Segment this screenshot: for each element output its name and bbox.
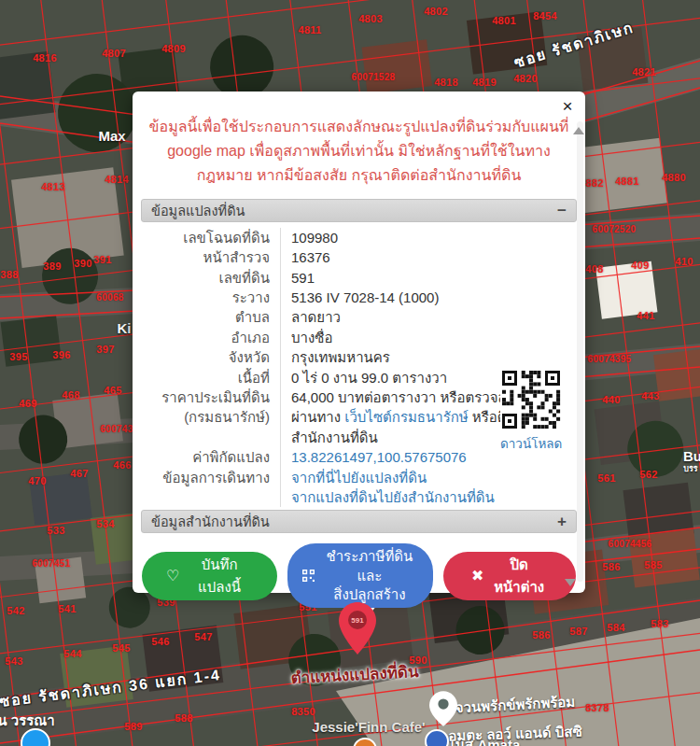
treasury-website-link[interactable]: เว็บไซต์กรมธนารักษ์ (344, 409, 468, 425)
parcel-number-label: 440 (602, 394, 620, 405)
parcel-number-label: 467 (70, 468, 88, 479)
field-row: อำเภอบางซื่อ (141, 328, 577, 347)
parcel-number-label: 585 (644, 559, 662, 570)
parcel-number-label: 396 (52, 349, 70, 360)
map-text-label: น วรรณา (0, 710, 55, 732)
parcel-number-label: 4821 (632, 66, 656, 77)
close-window-button[interactable]: ✖ ปิดหน้าต่าง (443, 552, 576, 600)
map-text-label: Jessie'Finn Cafe' (312, 719, 425, 735)
parcel-number-label: 465 (104, 385, 121, 396)
map-text-label: Max (98, 128, 125, 144)
scroll-down-icon[interactable] (565, 579, 576, 586)
parcel-number-label: 4802 (424, 6, 448, 17)
parcel-number-label: 388 (0, 269, 18, 280)
parcel-number-label: 4881 (615, 176, 639, 187)
landsmaps-screen: 4816480748094811480348024801845460071528… (0, 0, 700, 746)
parcel-number-label: 561 (597, 472, 615, 484)
action-button-row: ♡ บันทึกแปลงนี้ ชำระภาษีที่ดินและสิ่งปลู… (133, 533, 585, 608)
scroll-up-icon[interactable] (573, 127, 584, 134)
parcel-number-label: 60072520 (593, 224, 637, 234)
scrollbar-track[interactable] (577, 121, 583, 582)
parcel-number-label: 547 (194, 631, 212, 642)
parcel-number-label: 584 (607, 622, 624, 633)
parcel-number-label: 4819 (472, 77, 497, 88)
field-row-directions: ข้อมูลการเดินทาง จากที่นี่ไปยังแปลงที่ดิ… (141, 468, 577, 508)
field-row: หน้าสำรวจ16376 (141, 247, 577, 267)
parcel-number-label: 410 (675, 256, 693, 267)
parcel-number-label: 4816 (33, 52, 57, 63)
parcel-number-label: 586 (532, 629, 550, 640)
parcel-number-label: 541 (58, 603, 76, 614)
parcel-number-label: 8454 (533, 10, 557, 21)
parcel-number-label: 60071528 (352, 72, 396, 82)
parcel-number-label: 4807 (102, 48, 126, 59)
parcel-number-label: 4880 (662, 172, 686, 183)
close-icon[interactable]: × (556, 95, 579, 118)
poi-pin-icon[interactable] (429, 691, 457, 726)
parcel-number-label: 587 (569, 626, 587, 637)
x-icon: ✖ (471, 569, 483, 584)
parcel-number-label: 544 (63, 648, 81, 659)
save-parcel-button[interactable]: ♡ บันทึกแปลงนี้ (142, 552, 277, 600)
parcel-number-label: 8350 (291, 706, 315, 717)
parcel-number-label: 466 (113, 459, 131, 471)
parcel-number-label: 543 (5, 655, 22, 667)
parcel-number-label: 8378 (585, 702, 609, 713)
qr-icon (302, 569, 315, 583)
section-title: ข้อมูลสำนักงานที่ดิน (151, 511, 270, 532)
parcel-number-label: 395 (9, 351, 27, 362)
section-header-parcel-info[interactable]: ข้อมูลแปลงที่ดิน − (141, 199, 577, 222)
parcel-number-label: 534 (96, 518, 114, 529)
parcel-number-label: 6007451 (32, 558, 70, 569)
field-row: เลขที่ดิน591 (141, 268, 577, 288)
parcel-number-label: 60074456 (609, 539, 652, 549)
parcel-number-label: 4820 (513, 73, 538, 84)
parcel-number-label: 389 (43, 260, 61, 272)
parcel-number-label: 441 (637, 310, 654, 321)
qr-download-link[interactable]: ดาวน์โหลด (500, 434, 562, 454)
heart-icon: ♡ (166, 569, 179, 584)
coordinates-link[interactable]: 13.82261497,100.57675076 (291, 449, 467, 465)
parcel-number-label: 4818 (434, 77, 458, 88)
field-row: ระวาง5136 IV 7028-14 (1000) (141, 288, 577, 307)
directions-to-parcel-link[interactable]: จากที่นี่ไปยังแปลงที่ดิน (291, 468, 577, 487)
parcel-number-label: 600743 (100, 424, 133, 434)
parcel-number-label: 470 (28, 475, 46, 486)
parcel-number-label: 545 (112, 642, 130, 654)
parcel-number-label: 60074395 (588, 354, 632, 364)
map-text-label: Bu (683, 448, 700, 464)
parcel-number-label: 397 (96, 344, 114, 355)
collapse-icon[interactable]: − (557, 203, 567, 218)
expand-icon[interactable]: + (557, 514, 567, 529)
parcel-number-label: 468 (62, 389, 79, 401)
map-text-label: บรร (683, 462, 697, 475)
parcel-number-label: 589 (124, 721, 142, 732)
parcel-number-label: 4801 (492, 15, 516, 26)
parcel-number-label: 469 (19, 398, 36, 409)
parcel-field-table: เลขโฉนดที่ดิน109980 หน้าสำรวจ16376 เลขที… (141, 228, 577, 508)
parcel-number-label: 583 (651, 618, 668, 629)
parcel-number-label: 4809 (161, 43, 186, 54)
parcel-number-label: 390 (74, 258, 91, 269)
parcel-number-label: 562 (639, 469, 657, 480)
parcel-number-label: 586 (602, 561, 620, 572)
parcel-number-label: 443 (641, 390, 659, 401)
field-row: จังหวัดกรุงเทพมหานคร (141, 347, 577, 367)
legal-warning-text: ข้อมูลนี้เพื่อใช้ประกอบการแสดงลักษณะรูปแ… (147, 115, 570, 188)
pay-tax-button[interactable]: ชำระภาษีที่ดินและสิ่งปลูกสร้าง (287, 543, 433, 608)
parcel-location-pin[interactable]: 591 (339, 602, 376, 655)
parcel-number-label: 60068 (96, 292, 123, 303)
parcel-number-label: 409 (631, 260, 649, 271)
parcel-number-label: 4811 (298, 24, 321, 35)
pin-number: 591 (351, 616, 364, 625)
section-header-land-office[interactable]: ข้อมูลสำนักงานที่ดิน + (141, 510, 577, 533)
parcel-info-window: × ข้อมูลนี้เพื่อใช้ประกอบการแสดงลักษณะรู… (133, 91, 585, 593)
parcel-number-label: 546 (151, 636, 169, 647)
map-text-label: เนส Amata (451, 734, 521, 746)
directions-to-office-link[interactable]: จากแปลงที่ดินไปยังสำนักงานที่ดิน (291, 487, 577, 507)
section-title: ข้อมูลแปลงที่ดิน (151, 200, 245, 221)
field-row: เลขโฉนดที่ดิน109980 (141, 228, 577, 247)
parcel-number-label: 533 (47, 525, 64, 536)
parcel-number-label: 4813 (41, 181, 65, 192)
parcel-number-label: 391 (93, 254, 111, 265)
